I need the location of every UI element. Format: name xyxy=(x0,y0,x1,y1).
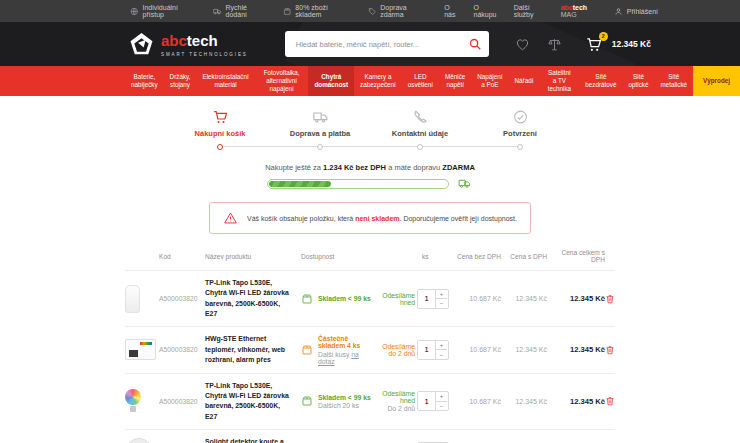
step-label: Nákupní košík xyxy=(195,129,246,138)
availability-cell: Skladem < 99 ks Odesíláme hned xyxy=(301,292,417,306)
topbar-benefits: Individuální přístupRychlé dodání80% zbo… xyxy=(130,4,444,18)
delete-item-button[interactable] xyxy=(605,344,615,356)
quantity-increase-button[interactable]: + xyxy=(436,341,447,351)
login-button[interactable]: Přihlášení xyxy=(614,7,658,16)
topbar-benefit: Rychlé dodání xyxy=(213,4,268,18)
product-name-link[interactable]: TP-Link Tapo L530E, Chytrá Wi-Fi LED žár… xyxy=(205,278,301,319)
nav-category[interactable]: Sítě bezdrátové xyxy=(579,66,622,96)
header-price-ex-vat: Cena bez DPH xyxy=(453,253,501,260)
check-icon xyxy=(512,109,529,125)
topbar-benefit: Doprava zdarma xyxy=(368,4,429,18)
nav-category[interactable]: LED osvětlení xyxy=(402,66,439,96)
step-label: Potvrzení xyxy=(503,129,537,138)
availability-status: Částečně skladem 4 ks xyxy=(318,335,374,349)
quantity-decrease-button[interactable]: − xyxy=(436,299,447,308)
header-product-name: Název produktu xyxy=(205,253,301,260)
availability-cell: Skladem < 99 ks Dalších 20 ks Odesíláme … xyxy=(301,390,417,412)
nav-category[interactable]: Baterie, nabíječky xyxy=(125,66,164,96)
product-image[interactable] xyxy=(125,389,141,413)
search-bar xyxy=(285,31,489,57)
product-name-link[interactable]: HWg-STE Ethernet teploměr, vlhkoměr, web… xyxy=(205,334,301,365)
mag-brand-bold: tech xyxy=(573,4,587,11)
nav-category[interactable]: Fotovoltaika, alternativní napájení xyxy=(255,66,309,96)
stock-warning-text: Váš košík obsahuje položku, která není s… xyxy=(247,215,517,222)
product-code: A500003820 xyxy=(159,295,205,302)
topbar-benefit-label: Rychlé dodání xyxy=(226,4,268,18)
mag-suffix: MAG xyxy=(561,11,577,18)
truck-icon xyxy=(456,177,473,190)
nav-category-sale[interactable]: Výprodej xyxy=(693,66,740,96)
shipping-sub: Do 2 dnů xyxy=(379,405,415,412)
wishlist-heart-icon[interactable] xyxy=(515,37,530,52)
category-nav: Baterie, nabíječkyDržáky, stojanyElektro… xyxy=(0,66,740,96)
cart-item-row: A500003820 TP-Link Tapo L530E, Chytrá Wi… xyxy=(125,271,615,327)
nav-category[interactable]: Nářadí xyxy=(509,66,540,96)
quantity-input[interactable] xyxy=(418,341,435,359)
nav-category[interactable]: Sítě optické xyxy=(623,66,655,96)
cart-button[interactable]: 2 12.345 Kč xyxy=(585,36,651,53)
price-total: 12.345 Kč xyxy=(547,345,605,354)
topbar-link-mag[interactable]: abctech MAG xyxy=(561,4,602,18)
shipping-status: Odesíláme hned xyxy=(379,292,415,306)
cart-total: 12.345 Kč xyxy=(612,39,651,49)
topbar-links: O nás O nákupu Další služby abctech MAG … xyxy=(444,4,658,18)
cart-table: Kód Název produktu Dostupnost ks Cena be… xyxy=(125,249,615,443)
checkout-step[interactable]: Kontaktní údaje xyxy=(370,109,470,150)
cart-count-badge: 2 xyxy=(599,32,608,41)
topbar-link-services[interactable]: Další služby xyxy=(514,4,549,18)
product-image[interactable] xyxy=(125,285,140,313)
search-input[interactable] xyxy=(294,39,468,50)
quantity-increase-button[interactable]: + xyxy=(436,290,447,300)
compare-scales-icon[interactable] xyxy=(547,37,562,52)
delete-item-button[interactable] xyxy=(605,395,615,407)
price-ex-vat: 10.687 Kč xyxy=(453,398,501,405)
logo[interactable]: abctech SMART TECHNOLOGIES xyxy=(128,31,248,58)
package-icon xyxy=(301,344,313,356)
nav-category[interactable]: Kamery a zabezpečení xyxy=(354,66,402,96)
topbar-link-shopping[interactable]: O nákupu xyxy=(473,4,501,18)
price-inc-vat: 12.345 Kč xyxy=(501,398,547,405)
nav-category[interactable]: Elektroinstalační materiál xyxy=(196,66,254,96)
quantity-increase-button[interactable]: + xyxy=(436,392,447,402)
quantity-decrease-button[interactable]: − xyxy=(436,350,447,359)
topbar-link-about[interactable]: O nás xyxy=(444,4,461,18)
nav-category[interactable]: Satelitní a TV technika xyxy=(539,66,579,96)
package-icon xyxy=(301,395,313,407)
nav-category[interactable]: Držáky, stojany xyxy=(164,66,197,96)
product-image[interactable] xyxy=(125,438,153,443)
checkout-step[interactable]: Nákupní košík xyxy=(170,109,270,150)
price-ex-vat: 10.687 Kč xyxy=(453,346,501,353)
product-name-link[interactable]: TP-Link Tapo L530E, Chytrá Wi-Fi LED žár… xyxy=(205,381,301,422)
quantity-stepper: + − xyxy=(417,289,449,309)
nav-category[interactable]: Chytrá domácnost xyxy=(308,66,354,96)
availability-status: Skladem < 99 ks xyxy=(318,394,374,401)
checkout-step[interactable]: Potvrzení xyxy=(470,109,570,150)
shipping-status: Odesíláme hned xyxy=(379,390,415,404)
globe-icon xyxy=(130,7,139,16)
product-image[interactable] xyxy=(125,339,156,360)
nav-category[interactable]: Napájení a PoE xyxy=(471,66,508,96)
person-icon xyxy=(614,7,623,16)
price-total: 12.345 Kč xyxy=(547,397,605,406)
header-availability: Dostupnost xyxy=(301,253,417,260)
topbar-benefit: Individuální přístup xyxy=(130,4,198,18)
cart-table-header: Kód Název produktu Dostupnost ks Cena be… xyxy=(125,249,615,271)
availability-sub: Dalších 20 ks xyxy=(318,402,374,409)
step-label: Kontaktní údaje xyxy=(392,129,448,138)
topbar-benefit-label: Individuální přístup xyxy=(143,4,199,18)
quantity-input[interactable] xyxy=(418,290,435,308)
quantity-decrease-button[interactable]: − xyxy=(436,402,447,411)
delete-item-button[interactable] xyxy=(605,293,615,305)
truck-icon xyxy=(312,109,329,125)
checkout-step[interactable]: Doprava a platba xyxy=(270,109,370,150)
step-dot xyxy=(317,144,323,150)
header-icons xyxy=(515,37,562,52)
nav-category[interactable]: Měniče napětí xyxy=(439,66,471,96)
checkout-steps: Nákupní košíkDoprava a platbaKontaktní ú… xyxy=(170,109,570,150)
search-button[interactable] xyxy=(468,37,482,51)
nav-category[interactable]: Sítě metalické xyxy=(654,66,693,96)
free-shipping-banner: Nakupte ještě za 1.234 Kč bez DPH a máte… xyxy=(0,163,740,190)
product-name-link[interactable]: Solight detektor kouře a oxidu uhelnatéh… xyxy=(205,437,301,443)
quantity-input[interactable] xyxy=(418,392,435,410)
price-inc-vat: 12.345 Kč xyxy=(501,295,547,302)
